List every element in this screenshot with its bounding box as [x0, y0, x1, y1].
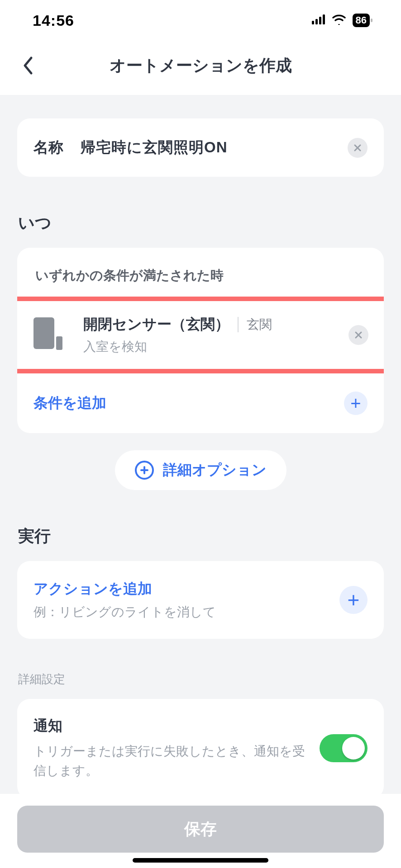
automation-name-row[interactable]: 名称 帰宅時に玄関照明ON	[17, 118, 384, 177]
divider	[238, 317, 239, 332]
advanced-options-label: 詳細オプション	[163, 460, 267, 480]
exec-header: 実行	[0, 490, 401, 561]
when-header: いつ	[0, 177, 401, 248]
status-bar: 14:56 86	[0, 0, 401, 36]
nav-header: オートメーションを作成	[0, 36, 401, 95]
contact-sensor-icon	[33, 317, 65, 353]
status-right: 86	[312, 13, 376, 28]
page-title: オートメーションを作成	[110, 55, 292, 77]
name-label: 名称	[33, 137, 63, 158]
add-condition-button[interactable]: +	[344, 392, 368, 415]
plus-circle-icon	[135, 461, 154, 480]
add-action-button[interactable]: +	[339, 586, 368, 614]
svg-rect-1	[315, 19, 318, 24]
highlighted-condition: 開閉センサー（玄関） 玄関 入室を検知	[17, 297, 384, 373]
condition-room: 玄関	[247, 316, 272, 333]
battery-percent: 86	[353, 14, 370, 27]
svg-rect-3	[323, 14, 325, 24]
page-body: 名称 帰宅時に玄関照明ON いつ いずれかの条件が満たされた時 開閉センサー（玄…	[0, 95, 401, 868]
add-action-row[interactable]: アクションを追加 例：リビングのライトを消して +	[17, 561, 384, 639]
conditions-card: いずれかの条件が満たされた時 開閉センサー（玄関） 玄関 入室を検知	[17, 248, 384, 433]
toggle-knob	[342, 737, 365, 760]
condition-title: 開閉センサー（玄関）	[83, 315, 229, 335]
add-action-example: 例：リビングのライトを消して	[33, 604, 216, 621]
notification-toggle[interactable]	[320, 734, 368, 762]
condition-subtitle: 入室を検知	[83, 338, 330, 355]
home-indicator	[133, 858, 268, 863]
back-button[interactable]	[17, 55, 39, 76]
plus-icon: +	[348, 588, 360, 612]
chevron-left-icon	[22, 56, 34, 75]
plus-icon: +	[350, 393, 361, 414]
conditions-subheader: いずれかの条件が満たされた時	[17, 248, 384, 297]
condition-row[interactable]: 開閉センサー（玄関） 玄関 入室を検知	[17, 301, 384, 369]
name-value: 帰宅時に玄関照明ON	[81, 137, 228, 158]
add-action-label: アクションを追加	[33, 579, 216, 599]
details-header: 詳細設定	[0, 639, 401, 699]
add-condition-row[interactable]: 条件を追加 +	[17, 373, 384, 433]
status-time: 14:56	[33, 12, 74, 29]
svg-rect-4	[371, 19, 372, 22]
notification-row: 通知 トリガーまたは実行に失敗したとき、通知を受信します。	[17, 699, 384, 799]
advanced-options-button[interactable]: 詳細オプション	[115, 450, 286, 490]
notification-title: 通知	[33, 716, 309, 736]
close-icon	[353, 143, 362, 152]
save-button[interactable]: 保存	[17, 806, 384, 853]
bottom-bar: 保存	[0, 794, 401, 868]
svg-rect-2	[319, 17, 321, 24]
remove-condition-button[interactable]	[348, 325, 368, 345]
wifi-icon	[332, 14, 346, 27]
notification-subtitle: トリガーまたは実行に失敗したとき、通知を受信します。	[33, 741, 309, 781]
add-condition-label: 条件を追加	[33, 393, 106, 413]
save-button-label: 保存	[184, 818, 217, 840]
cellular-icon	[312, 14, 327, 26]
battery-icon: 86	[351, 13, 376, 28]
close-icon	[354, 330, 363, 340]
svg-rect-0	[312, 21, 314, 24]
clear-name-button[interactable]	[348, 138, 368, 158]
